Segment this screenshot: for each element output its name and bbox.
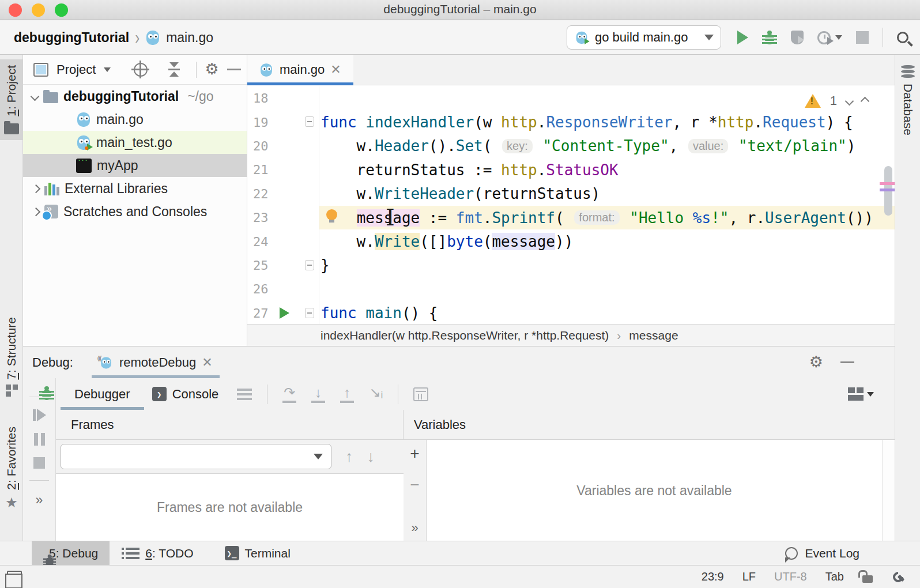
code-line-26[interactable]: 26: [247, 277, 895, 301]
close-session-icon[interactable]: ✕: [202, 355, 212, 370]
remove-watch-button[interactable]: −: [410, 477, 419, 493]
chevron-right-icon[interactable]: [32, 207, 41, 216]
profiler-button[interactable]: [817, 31, 842, 44]
gutter[interactable]: [275, 254, 319, 277]
editor-tab-main-go[interactable]: main.go ✕: [247, 55, 353, 85]
frame-down-button[interactable]: ↓: [367, 448, 375, 466]
project-settings-gear-icon[interactable]: ⚙: [205, 62, 218, 77]
step-out-button[interactable]: ↑: [340, 386, 354, 403]
fold-marker-icon[interactable]: [305, 308, 314, 318]
fold-marker-icon[interactable]: [305, 260, 314, 270]
breadcrumb-member[interactable]: message: [629, 329, 678, 342]
gutter[interactable]: [275, 229, 319, 253]
project-view-chevron-icon[interactable]: [104, 67, 111, 72]
breadcrumb-file[interactable]: main.go: [166, 30, 213, 46]
tree-row-external-libraries[interactable]: External Libraries: [23, 177, 247, 200]
prev-warning-chevron-icon[interactable]: [861, 96, 870, 105]
frame-up-button[interactable]: ↑: [345, 448, 353, 466]
layout-settings-button[interactable]: [848, 387, 874, 401]
code-area[interactable]: 1819func indexHandler(w http.ResponseWri…: [247, 85, 895, 324]
gutter[interactable]: [275, 134, 319, 158]
run-button[interactable]: [737, 31, 748, 44]
variables-scroll-track[interactable]: [882, 440, 895, 541]
code-line-23[interactable]: 23 message := fmt.Sprintf( format: "Hell…: [247, 206, 895, 229]
toolbar-button-debug[interactable]: 5: Debug: [32, 541, 110, 565]
chevron-down-icon[interactable]: [31, 92, 40, 101]
fold-marker-icon[interactable]: [305, 116, 314, 127]
code-line-21[interactable]: 21 returnStatus := http.StatusOK: [247, 158, 895, 182]
stripe-button-structure[interactable]: 7: Structure: [0, 311, 23, 402]
debug-settings-gear-icon[interactable]: ⚙: [809, 355, 823, 370]
stripe-button-project[interactable]: 1: Project: [0, 59, 23, 140]
code-line-25[interactable]: 25}: [247, 254, 895, 277]
gutter[interactable]: [275, 182, 319, 206]
intention-bulb-icon[interactable]: [326, 209, 337, 220]
evaluate-expression-icon[interactable]: [413, 387, 428, 401]
file-encoding[interactable]: UTF-8: [774, 570, 807, 583]
indent-style[interactable]: Tab: [825, 570, 844, 583]
toolbar-button-terminal[interactable]: ❯_ Terminal: [213, 541, 302, 565]
hide-project-panel-button[interactable]: [227, 69, 241, 70]
code-line-20[interactable]: 20 w.Header().Set( key: "Content-Type", …: [247, 134, 895, 158]
error-stripe-mark[interactable]: [880, 182, 895, 185]
hide-debug-panel-button[interactable]: [840, 361, 854, 363]
debug-session-tab[interactable]: ((( remoteDebug ✕: [89, 346, 222, 378]
tree-row-main-go[interactable]: main.go: [23, 108, 247, 131]
tree-row-root[interactable]: debuggingTutorial ~/go: [23, 85, 247, 108]
tab-debugger[interactable]: Debugger: [71, 378, 134, 410]
search-everywhere-button[interactable]: [897, 32, 908, 43]
project-panel-title[interactable]: Project: [56, 62, 96, 77]
pause-button[interactable]: [34, 433, 45, 446]
code-token: returnStatus :=: [321, 161, 501, 179]
view-options-icon[interactable]: [237, 389, 252, 400]
tree-row-main-test-go[interactable]: main_test.go: [23, 131, 247, 154]
caret-position[interactable]: 23:9: [702, 570, 724, 583]
thread-select[interactable]: [61, 444, 331, 469]
gutter[interactable]: [275, 301, 319, 324]
toolbar-button-event-log[interactable]: Event Log: [774, 541, 871, 565]
run-to-cursor-button[interactable]: ↘ᵢ: [369, 386, 383, 403]
run-with-coverage-button[interactable]: [791, 31, 804, 44]
code-line-18[interactable]: 18: [247, 86, 895, 110]
inspections-widget[interactable]: 1: [805, 93, 868, 108]
tree-row-scratches[interactable]: Scratches and Consoles: [23, 200, 247, 223]
stop-button[interactable]: [856, 31, 869, 44]
wrench-icon[interactable]: [891, 570, 905, 584]
add-watch-button[interactable]: +: [410, 446, 419, 462]
code-line-19[interactable]: 19func indexHandler(w http.ResponseWrite…: [247, 110, 895, 134]
editor-tab-bar: main.go ✕: [247, 55, 895, 85]
close-tab-icon[interactable]: ✕: [330, 62, 341, 77]
chevron-right-icon[interactable]: [32, 184, 41, 193]
locate-file-button[interactable]: [134, 63, 148, 77]
resume-button[interactable]: [33, 409, 46, 421]
step-over-button[interactable]: ↷: [282, 386, 296, 403]
code-line-22[interactable]: 22 w.WriteHeader(returnStatus): [247, 182, 895, 206]
gutter[interactable]: [275, 206, 319, 229]
run-line-icon[interactable]: [280, 307, 289, 319]
window-layout-icon[interactable]: [7, 571, 22, 583]
step-into-button[interactable]: ↓: [311, 386, 325, 403]
unlock-icon[interactable]: [862, 575, 873, 583]
error-stripe-mark[interactable]: [880, 189, 895, 191]
tree-row-myapp[interactable]: myApp: [23, 154, 247, 177]
breadcrumb-function[interactable]: indexHandler(w http.ResponseWriter, r *h…: [321, 329, 609, 342]
stripe-button-database[interactable]: Database: [895, 65, 920, 135]
code-line-24[interactable]: 24 w.Write([]byte(message)): [247, 229, 895, 253]
line-ending[interactable]: LF: [742, 570, 756, 583]
collapse-all-button[interactable]: [168, 62, 180, 77]
debug-button[interactable]: [762, 29, 777, 46]
toolbar-button-todo[interactable]: 6: TODO: [110, 541, 205, 565]
breadcrumb-project[interactable]: debuggingTutorial: [14, 30, 129, 46]
next-warning-chevron-icon[interactable]: [845, 96, 854, 105]
tab-console[interactable]: ❯ Console: [149, 378, 223, 410]
gutter[interactable]: [275, 110, 319, 134]
more-actions-button[interactable]: »: [36, 492, 43, 508]
gutter[interactable]: [275, 277, 319, 301]
run-configuration-select[interactable]: go build main.go: [567, 25, 721, 50]
gutter[interactable]: [275, 86, 319, 110]
code-line-27[interactable]: 27func main() {: [247, 301, 895, 324]
stop-debug-button[interactable]: [33, 457, 45, 469]
more-watch-button[interactable]: »: [411, 522, 418, 534]
gutter[interactable]: [275, 158, 319, 182]
stripe-button-favorites[interactable]: 2: Favorites ★: [0, 421, 23, 517]
